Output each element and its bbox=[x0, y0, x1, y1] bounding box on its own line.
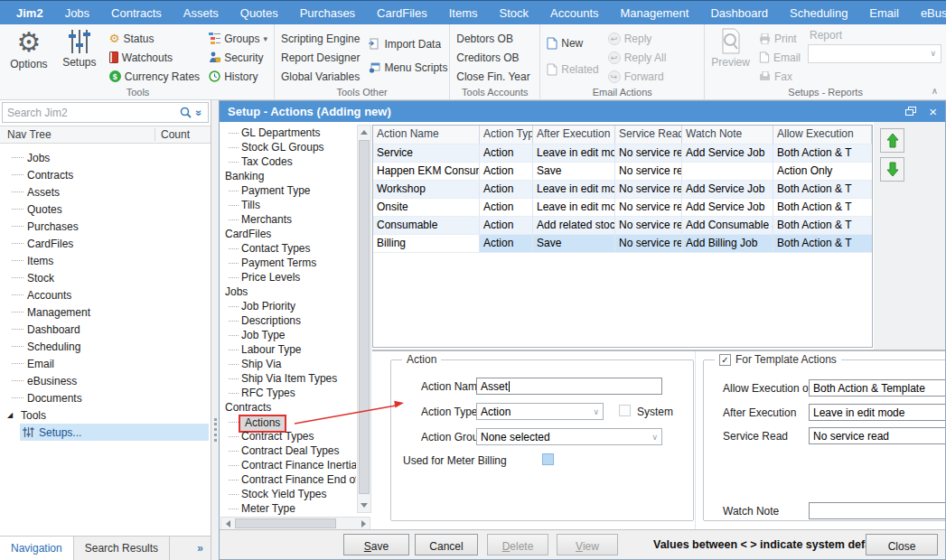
table-row[interactable]: ConsumableActionAdd related stockNo serv… bbox=[373, 217, 872, 235]
menu-tab-scheduling[interactable]: Scheduling bbox=[779, 1, 858, 24]
nav-item-contracts[interactable]: Contracts bbox=[0, 166, 211, 183]
menu-tab-assets[interactable]: Assets bbox=[173, 1, 229, 24]
watch-note-input[interactable] bbox=[809, 502, 945, 519]
creditors-ob-button[interactable]: Creditors OB bbox=[454, 48, 531, 67]
action-groups-dropdown[interactable]: None selected ∨ bbox=[476, 428, 662, 445]
nav-item-scheduling[interactable]: Scheduling bbox=[0, 338, 211, 355]
fax-button[interactable]: Fax bbox=[757, 67, 802, 86]
setup-tree-item[interactable]: Job Priority bbox=[220, 299, 356, 313]
menu-tab-items[interactable]: Items bbox=[438, 1, 489, 24]
search-icon[interactable] bbox=[180, 107, 192, 118]
nav-item-accounts[interactable]: Accounts bbox=[0, 286, 211, 303]
setup-tree-group[interactable]: Contracts bbox=[220, 400, 356, 415]
setup-tree-item[interactable]: Payment Type bbox=[220, 183, 356, 198]
forward-button[interactable]: ↪ Forward bbox=[606, 67, 669, 86]
print-button[interactable]: Print bbox=[757, 29, 802, 48]
setup-tree-item[interactable]: Descriptions bbox=[220, 313, 356, 328]
close-window-button[interactable]: × bbox=[929, 104, 937, 119]
setup-tree-item[interactable]: Job Type bbox=[220, 328, 356, 342]
status-button[interactable]: ⚙ Status bbox=[108, 29, 201, 48]
setup-tree-item[interactable]: Payment Terms bbox=[220, 256, 356, 270]
setup-tree-item[interactable]: Stock Yield Types bbox=[220, 487, 356, 501]
column-header[interactable]: Action Name bbox=[373, 126, 480, 144]
close-button[interactable]: Close bbox=[866, 534, 938, 555]
table-row[interactable]: Happen EKM ConsumableActionSaveNo servic… bbox=[373, 163, 872, 181]
template-actions-checkbox[interactable]: ✓ bbox=[719, 354, 731, 366]
menu-tab-management[interactable]: Management bbox=[610, 1, 700, 24]
nav-item-items[interactable]: Items bbox=[0, 252, 211, 269]
nav-item-documents[interactable]: Documents bbox=[0, 389, 211, 406]
tab-navigation[interactable]: Navigation bbox=[0, 537, 74, 560]
scroll-right-icon[interactable] bbox=[357, 518, 370, 529]
navtree-header-count[interactable]: Count bbox=[155, 128, 211, 141]
setup-tree-group[interactable]: Jobs bbox=[220, 285, 356, 299]
setup-tree-item[interactable]: Merchants bbox=[220, 212, 356, 227]
setup-tree-group[interactable]: CardFiles bbox=[220, 227, 356, 241]
search-input[interactable] bbox=[3, 106, 177, 120]
meter-billing-checkbox[interactable] bbox=[542, 453, 554, 465]
tree-vertical-scrollbar[interactable] bbox=[357, 125, 371, 513]
close-fin-year-button[interactable]: Close Fin. Year bbox=[454, 67, 531, 86]
setup-tree-item-actions[interactable]: Actions bbox=[220, 415, 356, 429]
nav-item-tools[interactable]: ◢ Tools bbox=[0, 406, 211, 424]
nav-item-quotes[interactable]: Quotes bbox=[0, 201, 211, 218]
related-button[interactable]: Related bbox=[545, 60, 600, 79]
menu-tab-cardfiles[interactable]: CardFiles bbox=[366, 1, 438, 24]
setup-tree-item[interactable]: Ship Via bbox=[220, 357, 356, 371]
reply-button[interactable]: ↩ Reply bbox=[606, 29, 669, 48]
nav-item-cardfiles[interactable]: CardFiles bbox=[0, 235, 211, 252]
groups-button[interactable]: Groups ▾ bbox=[207, 29, 269, 48]
setup-tree-item[interactable]: Meter Type bbox=[220, 501, 356, 516]
table-row[interactable]: ServiceActionLeave in edit modeNo servic… bbox=[373, 145, 872, 163]
setup-tree-item[interactable]: Contract Finance Inertia bbox=[220, 458, 356, 472]
setups-button[interactable]: Setups bbox=[57, 26, 102, 69]
watchouts-button[interactable]: Watchouts bbox=[108, 48, 201, 67]
scroll-down-icon[interactable] bbox=[358, 499, 370, 512]
security-button[interactable]: Security bbox=[207, 48, 269, 67]
scrollbar-thumb[interactable] bbox=[359, 140, 370, 494]
debtors-ob-button[interactable]: Debtors OB bbox=[454, 29, 531, 48]
nav-item-management[interactable]: Management bbox=[0, 303, 211, 321]
scrollbar-thumb[interactable] bbox=[235, 518, 336, 528]
setup-tree-group[interactable]: Banking bbox=[220, 169, 356, 183]
move-row-up-button[interactable] bbox=[880, 128, 904, 153]
action-name-input[interactable]: Asset bbox=[476, 378, 662, 395]
setup-tree-item[interactable]: Price Levels bbox=[220, 270, 356, 285]
after-execution-input[interactable]: Leave in edit mode bbox=[809, 404, 945, 421]
service-read-input[interactable]: No service read bbox=[809, 427, 945, 444]
column-header[interactable]: Watch Note bbox=[682, 126, 773, 144]
setup-tree-item[interactable]: Tills bbox=[220, 198, 356, 212]
nav-item-ebusiness[interactable]: eBusiness bbox=[0, 372, 211, 389]
email-ribbon-button[interactable]: Email bbox=[757, 48, 802, 67]
global-variables-button[interactable]: Global Variables bbox=[279, 67, 361, 86]
nav-item-dashboard[interactable]: Dashboard bbox=[0, 321, 211, 338]
ribbon-collapse-icon[interactable]: ∧ bbox=[932, 86, 938, 96]
menu-tab-email[interactable]: Email bbox=[858, 1, 910, 24]
menu-scripts-button[interactable]: Menu Scripts bbox=[367, 58, 449, 77]
menu-tab-jobs[interactable]: Jobs bbox=[54, 1, 100, 24]
options-button[interactable]: ⚙ Options bbox=[6, 26, 52, 70]
search-options-chevron-icon[interactable]: » bbox=[193, 109, 206, 116]
panel-expand-icon[interactable]: » bbox=[190, 537, 211, 560]
column-header[interactable]: After Execution bbox=[533, 126, 615, 144]
allow-execution-input[interactable]: Both Action & Template bbox=[809, 379, 945, 397]
setup-tree-item[interactable]: Contact Types bbox=[220, 241, 356, 256]
menu-tab-quotes[interactable]: Quotes bbox=[229, 1, 289, 24]
setup-tree-item[interactable]: Ship Via Item Types bbox=[220, 371, 356, 386]
action-type-dropdown[interactable]: Action ∨ bbox=[476, 403, 604, 420]
scripting-engine-button[interactable]: Scripting Engine bbox=[279, 29, 361, 48]
menu-tab-purchases[interactable]: Purchases bbox=[289, 1, 366, 24]
nav-item-jobs[interactable]: Jobs bbox=[0, 149, 211, 166]
setup-tree-item[interactable]: GL Departments bbox=[220, 126, 356, 140]
column-header[interactable]: Action Type bbox=[480, 126, 533, 144]
nav-item-assets[interactable]: Assets bbox=[0, 183, 211, 201]
report-dropdown[interactable]: ∨ bbox=[808, 44, 941, 63]
new-button[interactable]: New bbox=[545, 33, 600, 52]
setup-tree-item[interactable]: Contract Types bbox=[220, 429, 356, 443]
tab-search-results[interactable]: Search Results bbox=[74, 537, 170, 560]
column-header[interactable]: Service Read bbox=[615, 126, 682, 144]
setup-tree-item[interactable]: Tax Codes bbox=[220, 154, 356, 169]
cancel-button[interactable]: Cancel bbox=[415, 534, 478, 555]
table-row[interactable]: OnsiteActionLeave in edit modeNo service… bbox=[373, 199, 872, 217]
table-row-selected[interactable]: BillingActionSaveNo service readAdd Bill… bbox=[373, 235, 872, 253]
